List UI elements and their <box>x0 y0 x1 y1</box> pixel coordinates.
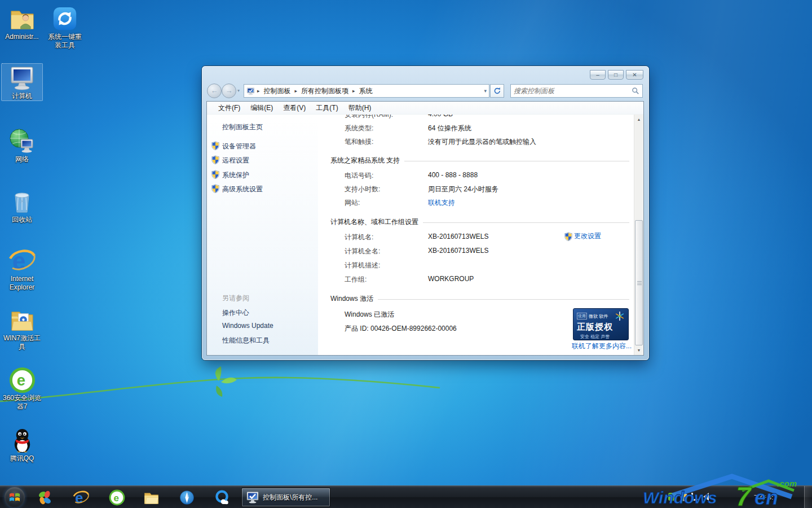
menu-bar: 文件(F) 编辑(E) 查看(V) 工具(T) 帮助(H) <box>207 102 643 115</box>
breadcrumb-separator-icon: ▸ <box>255 88 262 94</box>
desktop-icon-recycle-bin[interactable]: 回收站 <box>1 187 43 224</box>
desktop-icon-qq[interactable]: 腾讯QQ <box>1 426 43 463</box>
close-button[interactable]: ✕ <box>626 70 643 80</box>
taskbar-internet-explorer-icon[interactable] <box>72 489 89 506</box>
sidebar-control-panel-home[interactable]: 控制面板主页 <box>222 122 263 132</box>
tray-shield-icon[interactable] <box>680 493 687 501</box>
desktop-icon-network[interactable]: 网络 <box>1 127 43 164</box>
taskbar-control-panel-button[interactable]: 控制面板\所有控... <box>241 488 330 507</box>
scrollbar-thumb[interactable] <box>635 220 643 345</box>
show-desktop-button[interactable] <box>804 486 812 508</box>
website-label: 网站: <box>345 198 360 208</box>
learn-more-online-link[interactable]: 联机了解更多内容... <box>572 341 632 351</box>
thumb-grip <box>637 281 642 282</box>
phone-value: 400 - 888 - 8888 <box>428 171 478 179</box>
sidebar: 控制面板主页 设备管理器 远程设置 系统保护 高级系统设置 另请参阅 操作中心 … <box>207 115 318 355</box>
workgroup-row: 工作组: WORKGROUP <box>318 275 634 284</box>
minimize-button[interactable]: – <box>590 70 606 80</box>
menu-view[interactable]: 查看(V) <box>279 102 310 114</box>
recent-pages-dropdown-icon[interactable]: ▾ <box>237 88 240 93</box>
sidebar-device-manager[interactable]: 设备管理器 <box>222 142 256 151</box>
system-type-label: 系统类型: <box>345 124 373 133</box>
workgroup-value: WORKGROUP <box>428 275 474 283</box>
window-client-area: 文件(F) 编辑(E) 查看(V) 工具(T) 帮助(H) 控制面板主页 设备管… <box>206 101 644 356</box>
search-icon[interactable] <box>632 87 639 95</box>
icon-label: 器7 <box>1 402 43 411</box>
icon-label: 计算机 <box>2 92 42 100</box>
sidebar-windows-update[interactable]: Windows Update <box>222 322 273 330</box>
support-hours-row: 支持小时数: 周日至周六 24小时服务 <box>318 185 634 194</box>
breadcrumb-system[interactable]: 系统 <box>358 86 374 96</box>
breadcrumb-all-items[interactable]: 所有控制面板项 <box>299 86 350 96</box>
taskbar-360-safety-icon[interactable] <box>36 489 53 506</box>
change-settings-link[interactable]: 更改设置 <box>564 231 601 241</box>
scroll-up-arrow[interactable]: ▲ <box>634 115 643 124</box>
desktop-icon-computer[interactable]: 计算机 <box>1 63 43 101</box>
taskbar-compass-browser-icon[interactable] <box>178 489 195 506</box>
address-bar[interactable]: ▸ 控制面板 ▸ 所有控制面板项 ▸ 系统 ▾ <box>244 84 489 98</box>
windows-flag-icon <box>8 491 21 504</box>
sidebar-remote-settings[interactable]: 远程设置 <box>222 156 249 165</box>
system-type-row: 系统类型: 64 位操作系统 <box>318 124 634 133</box>
sidebar-action-center[interactable]: 操作中心 <box>222 308 249 318</box>
uac-shield-icon <box>211 141 219 150</box>
menu-help[interactable]: 帮助(H) <box>344 102 376 114</box>
ram-value: 4.00 GB <box>428 115 453 118</box>
search-box[interactable] <box>510 84 643 98</box>
taskbar-360-browser-icon[interactable] <box>108 489 125 506</box>
reinstall-tool-icon <box>44 5 86 33</box>
scroll-down-arrow[interactable]: ▼ <box>634 345 643 355</box>
sidebar-performance-tools[interactable]: 性能信息和工具 <box>222 336 270 345</box>
computer-icon <box>2 64 42 92</box>
back-button[interactable]: ← <box>207 84 222 98</box>
desktop-icon-reinstall-tool[interactable]: 系统一键重 装工具 <box>44 5 86 50</box>
control-panel-window-icon <box>246 491 259 504</box>
taskbar-clock[interactable]: 下午 4: <box>754 493 773 502</box>
icon-label: 装工具 <box>44 41 86 50</box>
support-section-header: 系统之家精品系统 支持 <box>330 156 629 165</box>
ram-row: 安装内存(RAM): 4.00 GB <box>318 115 634 119</box>
pen-touch-label: 笔和触摸: <box>345 137 373 147</box>
address-dropdown-icon[interactable]: ▾ <box>484 88 487 94</box>
tray-volume-icon[interactable] <box>703 493 709 501</box>
genuine-microsoft-badge: 使用 微软 软件 正版授权 安全 稳定 声誉 <box>573 308 629 340</box>
maximize-button[interactable]: □ <box>608 70 624 80</box>
sidebar-advanced-settings[interactable]: 高级系统设置 <box>222 185 263 194</box>
vertical-scrollbar[interactable]: ▲ ▼ <box>634 115 643 355</box>
start-button[interactable] <box>5 487 25 507</box>
badge-line2: 正版授权 <box>577 322 625 332</box>
tray-app-icon[interactable] <box>668 493 676 501</box>
badge-line1: 微软 软件 <box>589 313 608 319</box>
breadcrumb-separator-icon: ▸ <box>350 88 358 94</box>
activation-status: Windows 已激活 <box>345 310 394 319</box>
win7-activator-folder-icon <box>1 306 43 334</box>
titlebar[interactable] <box>202 66 649 81</box>
refresh-button[interactable] <box>490 84 504 98</box>
breadcrumb-separator-icon: ▸ <box>293 88 300 94</box>
online-support-link[interactable]: 联机支持 <box>428 198 455 208</box>
support-hours-value: 周日至周六 24小时服务 <box>428 185 498 194</box>
forward-button[interactable]: → <box>222 84 236 98</box>
desktop-icon-360-browser[interactable]: 360安全浏览 器7 <box>1 366 43 411</box>
desktop-icon-win7-activator[interactable]: WIN7激活工 具 <box>1 306 43 351</box>
activation-section-header: Windows 激活 <box>330 294 629 304</box>
description-label: 计算机描述: <box>345 261 380 270</box>
menu-edit[interactable]: 编辑(E) <box>246 102 277 114</box>
breadcrumb-control-panel[interactable]: 控制面板 <box>262 86 293 96</box>
system-content: 安装内存(RAM): 4.00 GB 系统类型: 64 位操作系统 笔和触摸: … <box>318 115 634 355</box>
search-input[interactable] <box>514 87 632 95</box>
administrator-folder-icon <box>1 5 43 33</box>
spark-logo-icon <box>615 311 625 321</box>
desktop-icon-internet-explorer[interactable]: Internet Explorer <box>1 247 43 292</box>
taskbar-explorer-icon[interactable] <box>143 489 160 506</box>
computer-name-label: 计算机名: <box>345 233 373 242</box>
pen-touch-value: 没有可用于此显示器的笔或触控输入 <box>428 137 536 147</box>
icon-label: 具 <box>1 343 43 351</box>
menu-tools[interactable]: 工具(T) <box>311 102 342 114</box>
menu-file[interactable]: 文件(F) <box>214 102 245 114</box>
sidebar-system-protection[interactable]: 系统保护 <box>222 170 249 180</box>
tray-network-icon[interactable] <box>691 493 699 501</box>
icon-label: 回收站 <box>1 216 43 224</box>
taskbar-qq-browser-icon[interactable] <box>213 489 230 506</box>
desktop-icon-administrator[interactable]: Administr... <box>1 5 43 41</box>
